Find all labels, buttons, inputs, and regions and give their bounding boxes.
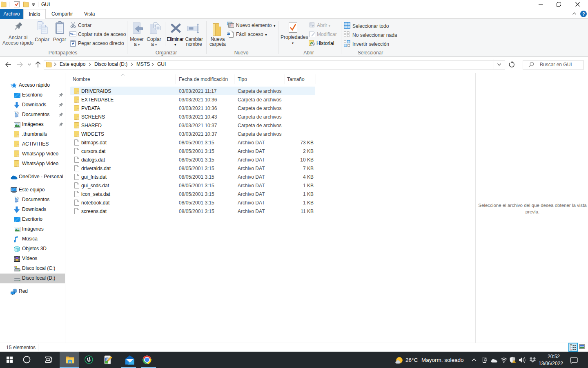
svg-text:?: ?	[582, 11, 585, 16]
